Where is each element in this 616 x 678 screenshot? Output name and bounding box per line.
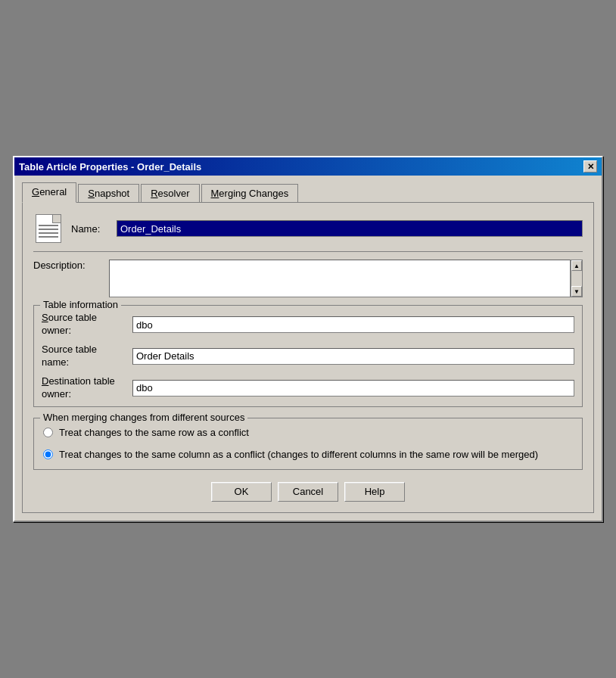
source-name-input[interactable] xyxy=(132,348,574,365)
radio-same-row[interactable] xyxy=(43,428,53,437)
source-owner-row: Source tableowner: xyxy=(42,312,574,337)
cancel-button[interactable]: Cancel xyxy=(278,482,338,502)
buttons-row: OK Cancel Help xyxy=(33,482,583,502)
radio-row-1: Treat changes to the same row as a confl… xyxy=(43,426,573,440)
source-name-row: Source tablename: xyxy=(42,344,574,369)
name-input[interactable] xyxy=(117,220,583,237)
description-label: Description: xyxy=(33,260,109,271)
dest-owner-input[interactable] xyxy=(132,380,574,397)
dest-owner-label: Destination tableowner: xyxy=(42,375,132,401)
dialog-body: General Snapshot Resolver Merging Change… xyxy=(14,176,602,521)
radio-same-column-label: Treat changes to the same column as a co… xyxy=(59,448,538,462)
tab-content: Name: Description: ▲ ▼ Table inform xyxy=(22,202,594,513)
name-row: Name: xyxy=(33,213,583,244)
description-scrollbar[interactable]: ▲ ▼ xyxy=(571,260,583,297)
doc-icon-lines xyxy=(39,225,58,240)
source-owner-input[interactable] xyxy=(132,316,574,333)
merging-group: When merging changes from different sour… xyxy=(33,418,583,469)
title-bar-text: Table Article Properties - Order_Details xyxy=(19,161,583,173)
description-row: Description: ▲ ▼ xyxy=(33,260,583,297)
help-button[interactable]: Help xyxy=(344,482,405,502)
dest-owner-row: Destination tableowner: xyxy=(42,375,574,401)
tab-resolver[interactable]: Resolver xyxy=(141,184,199,203)
document-icon-container xyxy=(33,213,64,244)
source-name-label: Source tablename: xyxy=(42,344,132,369)
radio-same-column[interactable] xyxy=(43,449,53,459)
radio-same-row-label: Treat changes to the same row as a confl… xyxy=(59,426,249,440)
close-button[interactable]: ✕ xyxy=(583,160,597,173)
ok-button[interactable]: OK xyxy=(211,482,272,502)
tab-general[interactable]: General xyxy=(22,182,76,203)
document-icon xyxy=(36,214,61,243)
scrollbar-up-btn[interactable]: ▲ xyxy=(571,260,582,271)
source-owner-label: Source tableowner: xyxy=(42,312,132,337)
scrollbar-down-btn[interactable]: ▼ xyxy=(571,286,582,297)
table-info-group: Table information Source tableowner: Sou… xyxy=(33,305,583,407)
tab-snapshot[interactable]: Snapshot xyxy=(78,184,139,203)
title-bar: Table Article Properties - Order_Details… xyxy=(14,157,602,176)
tab-bar: General Snapshot Resolver Merging Change… xyxy=(22,182,594,202)
name-label: Name: xyxy=(71,223,117,235)
description-textarea[interactable] xyxy=(109,260,571,297)
description-area: ▲ ▼ xyxy=(109,260,583,297)
table-info-group-label: Table information xyxy=(40,299,121,310)
radio-row-2: Treat changes to the same column as a co… xyxy=(43,448,573,462)
merging-group-label: When merging changes from different sour… xyxy=(40,412,247,423)
tab-merging-changes[interactable]: Merging Changes xyxy=(201,184,299,203)
dialog-window: Table Article Properties - Order_Details… xyxy=(13,156,603,522)
divider-1 xyxy=(33,251,583,252)
